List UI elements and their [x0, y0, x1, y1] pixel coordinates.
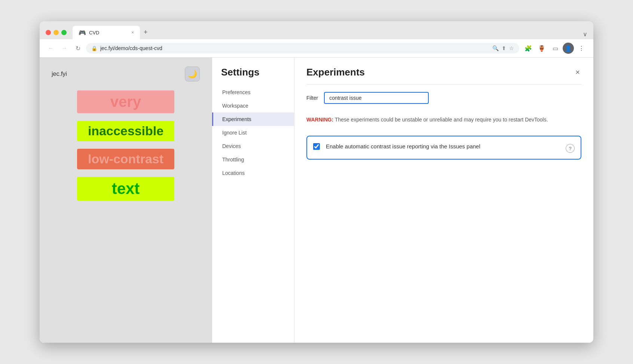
- site-title: jec.fyi: [52, 71, 67, 77]
- close-settings-button[interactable]: ×: [574, 67, 581, 78]
- profile-icon: 👤: [565, 45, 572, 52]
- menu-button[interactable]: ⋮: [575, 42, 587, 54]
- close-window-button[interactable]: [46, 30, 51, 35]
- sidebar-item-workspace[interactable]: Workspace: [212, 99, 294, 112]
- tab-bar: 🎮 CVD × + ∨: [73, 26, 587, 39]
- tab-title: CVD: [89, 30, 99, 36]
- search-icon: 🔍: [492, 45, 499, 51]
- experiments-title: Experiments: [306, 67, 365, 78]
- demo-word-low-contrast: low-contrast: [77, 149, 174, 169]
- star-icon: ☆: [509, 45, 514, 51]
- forward-button[interactable]: →: [59, 43, 70, 53]
- warning-box: WARNING: These experiments could be unst…: [306, 111, 581, 128]
- traffic-lights: [46, 30, 67, 35]
- demo-text-items: very inaccessible low-contrast text: [52, 90, 200, 201]
- new-tab-button[interactable]: +: [141, 27, 151, 38]
- devtools-inner: Settings Preferences Workspace Experimen…: [212, 58, 593, 343]
- sidebar-item-locations[interactable]: Locations: [212, 166, 294, 180]
- sidebar-toggle-button[interactable]: ▭: [549, 42, 561, 54]
- devtools-panel: Settings Preferences Workspace Experimen…: [212, 58, 593, 343]
- sidebar-item-throttling[interactable]: Throttling: [212, 153, 294, 166]
- profile-button[interactable]: 👤: [563, 43, 574, 54]
- browser-window: 🎮 CVD × + ∨ ← → ↻ 🔒 jec.fyi/demo/cds-que…: [40, 21, 593, 343]
- extensions-button[interactable]: 🧩: [522, 42, 534, 54]
- tab-favicon: 🎮: [79, 29, 86, 36]
- minimize-window-button[interactable]: [53, 30, 59, 35]
- sidebar-item-preferences[interactable]: Preferences: [212, 86, 294, 99]
- filter-label: Filter: [306, 95, 318, 101]
- reload-button[interactable]: ↻: [73, 43, 83, 53]
- address-text: jec.fyi/demo/cds-quest-cvd: [100, 45, 489, 51]
- experiments-content: Experiments × Filter WARNING: These expe…: [294, 58, 593, 343]
- help-icon[interactable]: ?: [566, 144, 575, 153]
- experiments-header: Experiments ×: [306, 67, 581, 84]
- demo-word-inaccessible: inaccessible: [77, 121, 174, 141]
- demo-word-very: very: [77, 90, 174, 113]
- website-panel: jec.fyi 🌙 very inaccessible low-contrast…: [40, 58, 212, 343]
- back-button[interactable]: ←: [46, 43, 56, 53]
- nav-icons: 🧩 🏺 ▭ 👤 ⋮: [522, 42, 587, 54]
- site-header: jec.fyi 🌙: [52, 67, 200, 81]
- nav-bar: ← → ↻ 🔒 jec.fyi/demo/cds-quest-cvd 🔍 ⬆ ☆…: [40, 39, 593, 58]
- filter-row: Filter: [306, 92, 581, 104]
- settings-title: Settings: [212, 67, 294, 86]
- tab-close-button[interactable]: ×: [131, 30, 134, 35]
- experiment-label-auto-contrast: Enable automatic contrast issue reportin…: [326, 142, 560, 151]
- warning-message: These experiments could be unstable or u…: [335, 117, 548, 123]
- lock-icon: 🔒: [91, 46, 97, 51]
- address-bar[interactable]: 🔒 jec.fyi/demo/cds-quest-cvd 🔍 ⬆ ☆: [86, 43, 519, 53]
- devtools-lab-button[interactable]: 🏺: [536, 42, 548, 54]
- tab-menu-button[interactable]: ∨: [583, 31, 587, 38]
- sidebar-item-experiments[interactable]: Experiments: [212, 112, 294, 126]
- title-bar: 🎮 CVD × + ∨: [40, 21, 593, 39]
- content-area: jec.fyi 🌙 very inaccessible low-contrast…: [40, 58, 593, 343]
- demo-word-text: text: [77, 177, 174, 201]
- warning-label: WARNING:: [306, 117, 333, 123]
- experiment-checkbox-auto-contrast[interactable]: [313, 143, 320, 150]
- browser-tab[interactable]: 🎮 CVD ×: [73, 26, 140, 39]
- settings-sidebar: Settings Preferences Workspace Experimen…: [212, 58, 294, 343]
- experiment-item-auto-contrast: Enable automatic contrast issue reportin…: [306, 136, 581, 160]
- sidebar-item-ignore-list[interactable]: Ignore List: [212, 126, 294, 139]
- filter-input[interactable]: [324, 92, 429, 104]
- maximize-window-button[interactable]: [61, 30, 67, 35]
- share-icon: ⬆: [502, 45, 506, 51]
- dark-mode-button[interactable]: 🌙: [185, 67, 200, 81]
- sidebar-item-devices[interactable]: Devices: [212, 139, 294, 153]
